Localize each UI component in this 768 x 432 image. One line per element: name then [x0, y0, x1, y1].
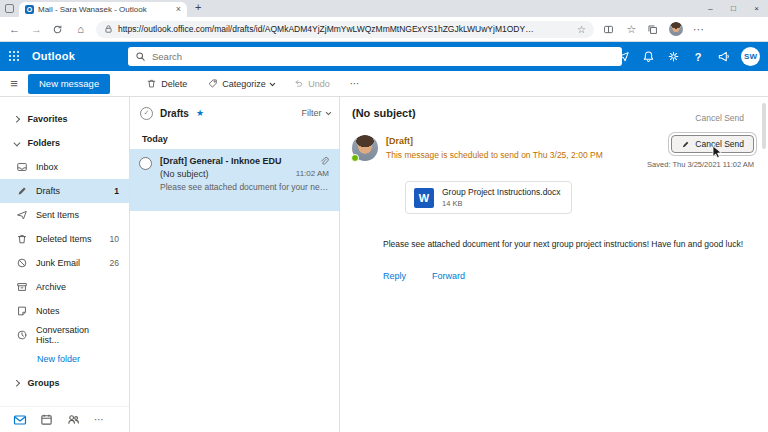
- select-all-checkbox[interactable]: ✓: [140, 107, 153, 120]
- filter-button[interactable]: Filter: [302, 108, 330, 118]
- sidebar-item-archive[interactable]: Archive: [0, 275, 129, 299]
- home-icon[interactable]: ⌂: [74, 24, 87, 35]
- chevron-right-icon: [13, 116, 19, 122]
- scheduled-send-notice: This message is scheduled to send on Thu…: [386, 150, 603, 160]
- collections-icon[interactable]: [647, 24, 660, 35]
- mail-module-icon[interactable]: [13, 413, 27, 427]
- window-minimize-button[interactable]: –: [699, 0, 722, 17]
- message-preview: Please see attached document for your ne…: [160, 182, 329, 192]
- browser-tab[interactable]: O Mail - Sara Wanasek - Outlook ×: [19, 2, 187, 17]
- history-clock-icon: [16, 329, 28, 341]
- tag-icon: [207, 78, 218, 89]
- add-favorite-star-icon[interactable]: ☆: [577, 24, 586, 35]
- search-input[interactable]: [152, 51, 615, 62]
- app-name: Outlook: [32, 50, 75, 62]
- browser-menu-icon[interactable]: ⋯: [692, 24, 705, 35]
- outlook-header: Outlook S ? SW: [0, 42, 768, 71]
- tab-actions-icon[interactable]: [5, 4, 14, 13]
- back-icon[interactable]: ←: [8, 24, 21, 35]
- presence-available-icon: [351, 154, 359, 162]
- forward-link[interactable]: Forward: [432, 271, 465, 281]
- forward-icon[interactable]: →: [30, 24, 43, 35]
- message-header: [Draft] This message is scheduled to sen…: [352, 135, 754, 169]
- trash-icon: [146, 78, 157, 89]
- chevron-right-icon: [13, 380, 19, 386]
- block-icon: [16, 257, 28, 269]
- feedback-megaphone-icon[interactable]: [716, 50, 730, 64]
- archive-icon: [16, 281, 28, 293]
- groups-section-header[interactable]: Groups: [0, 371, 129, 395]
- more-modules-icon[interactable]: ⋯: [94, 414, 104, 425]
- message-checkbox[interactable]: [139, 157, 152, 170]
- account-avatar[interactable]: SW: [741, 47, 760, 66]
- favorites-icon[interactable]: ☆: [625, 24, 638, 35]
- scrollbar[interactable]: [762, 103, 766, 149]
- delete-button[interactable]: Delete: [146, 78, 187, 89]
- notifications-bell-icon[interactable]: [641, 50, 655, 64]
- tab-close-icon[interactable]: ×: [176, 5, 181, 14]
- search-bar[interactable]: [128, 47, 622, 66]
- reading-pane: (No subject) Cancel Send [Draft] This me…: [340, 97, 768, 432]
- favorite-folder-star-icon[interactable]: ★: [196, 108, 204, 118]
- sidebar-item-drafts[interactable]: Drafts 1: [0, 179, 129, 203]
- pencil-icon: [681, 140, 690, 149]
- message-subject: (No subject): [160, 169, 209, 179]
- message-body: Please see attached document for your ne…: [383, 238, 754, 251]
- new-tab-button[interactable]: +: [195, 1, 201, 13]
- message-time: 11:02 AM: [296, 169, 329, 179]
- attachment-card[interactable]: W Group Project Instructions.docx 14 KB: [405, 181, 572, 214]
- collapse-pane-menu-icon[interactable]: ≡: [0, 77, 28, 90]
- lock-icon: [104, 24, 113, 34]
- browser-profile-avatar[interactable]: [669, 22, 683, 36]
- note-icon: [16, 305, 28, 317]
- sidebar-item-sent-items[interactable]: Sent Items: [0, 203, 129, 227]
- chevron-down-icon: [270, 80, 275, 85]
- app-launcher-icon[interactable]: [8, 50, 20, 62]
- calendar-module-icon[interactable]: [40, 413, 54, 427]
- saved-timestamp: Saved: Thu 3/25/2021 11:02 AM: [647, 160, 754, 169]
- sidebar-item-notes[interactable]: Notes: [0, 299, 129, 323]
- cancel-send-header-action[interactable]: Cancel Send: [695, 113, 744, 123]
- window-maximize-button[interactable]: □: [722, 0, 745, 17]
- sender-avatar[interactable]: [352, 135, 378, 161]
- favorites-section-header[interactable]: Favorites: [0, 107, 129, 131]
- draft-label: [Draft]: [386, 136, 603, 146]
- folder-sidebar: Favorites Folders Inbox Drafts 1: [0, 97, 130, 432]
- sidebar-item-deleted-items[interactable]: Deleted Items 10: [0, 227, 129, 251]
- teams-icon[interactable]: [591, 50, 605, 64]
- cancel-send-button[interactable]: Cancel Send: [671, 135, 754, 153]
- trash-icon: [16, 233, 28, 245]
- reply-link[interactable]: Reply: [383, 271, 406, 281]
- help-icon[interactable]: ?: [691, 50, 705, 64]
- chevron-down-icon: [325, 110, 330, 115]
- message-list-item[interactable]: [Draft] General - Inknoe EDU (No subject…: [130, 149, 339, 211]
- window-close-button[interactable]: ×: [745, 0, 768, 17]
- command-bar: ≡ New message Delete Categorize Undo ⋯: [0, 71, 768, 97]
- undo-button[interactable]: Undo: [293, 78, 330, 89]
- module-switcher: ⋯: [0, 406, 129, 432]
- more-commands-icon[interactable]: ⋯: [350, 78, 360, 89]
- attachment-name: Group Project Instructions.docx: [442, 187, 561, 197]
- undo-icon: [293, 78, 304, 89]
- message-list: ✓ Drafts ★ Filter Today [Draft] General …: [130, 97, 340, 432]
- address-bar[interactable]: ☆: [96, 21, 594, 38]
- message-sender: [Draft] General - Inknoe EDU: [160, 156, 315, 166]
- new-folder-link[interactable]: New folder: [0, 347, 129, 371]
- skype-icon[interactable]: S: [566, 50, 580, 64]
- sidebar-item-conversation-history[interactable]: Conversation Hist...: [0, 323, 129, 347]
- send-icon: [16, 209, 28, 221]
- sidebar-item-inbox[interactable]: Inbox: [0, 155, 129, 179]
- split-screen-icon[interactable]: [603, 24, 616, 35]
- settings-gear-icon[interactable]: [666, 50, 680, 64]
- sidebar-item-junk-email[interactable]: Junk Email 26: [0, 251, 129, 275]
- folders-section-header[interactable]: Folders: [0, 131, 129, 155]
- window-controls: – □ ×: [699, 0, 768, 17]
- send-later-icon[interactable]: [616, 50, 630, 64]
- new-message-button[interactable]: New message: [28, 74, 110, 94]
- refresh-icon[interactable]: [52, 24, 65, 35]
- tab-title: Mail - Sara Wanasek - Outlook: [38, 5, 172, 14]
- main-content: Favorites Folders Inbox Drafts 1: [0, 97, 768, 432]
- categorize-button[interactable]: Categorize: [207, 78, 273, 89]
- url-input[interactable]: [118, 24, 572, 34]
- people-module-icon[interactable]: [67, 413, 81, 427]
